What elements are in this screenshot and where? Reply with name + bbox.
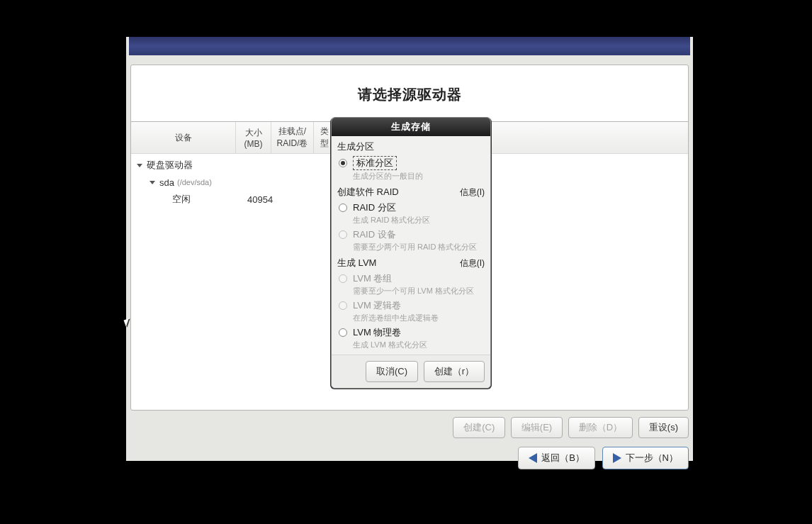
radio-raid-partition[interactable]: RAID 分区 bbox=[337, 201, 485, 214]
create-button[interactable]: 创建(C) bbox=[453, 417, 505, 438]
radio-lvm-physical[interactable]: LVM 物理卷 bbox=[337, 326, 485, 339]
radio-icon bbox=[339, 274, 347, 283]
next-button[interactable]: 下一步（N） bbox=[602, 447, 689, 469]
chevron-down-icon[interactable] bbox=[150, 181, 155, 184]
free-label: 空闲 bbox=[172, 193, 191, 206]
radio-standard-partition[interactable]: 标准分区 bbox=[337, 156, 485, 170]
edit-button[interactable]: 编辑(E) bbox=[511, 417, 563, 438]
radio-desc: 在所选卷组中生成逻辑卷 bbox=[337, 313, 485, 323]
radio-icon[interactable] bbox=[339, 204, 347, 212]
arrow-right-icon bbox=[613, 453, 621, 463]
radio-icon bbox=[339, 230, 347, 239]
col-device[interactable]: 设备 bbox=[131, 122, 236, 153]
section-lvm-header: 生成 LVM 信息(I) bbox=[337, 257, 485, 269]
back-label: 返回（B） bbox=[541, 452, 585, 464]
radio-desc: 需要至少一个可用 LVM 格式化分区 bbox=[337, 286, 485, 296]
radio-icon[interactable] bbox=[339, 328, 347, 337]
radio-icon[interactable] bbox=[339, 159, 347, 167]
delete-button[interactable]: 删除（D） bbox=[568, 417, 633, 438]
radio-desc: 生成 LVM 格式化分区 bbox=[337, 340, 485, 350]
disk-label: sda bbox=[159, 177, 174, 188]
section-partition-header: 生成分区 bbox=[337, 140, 485, 153]
info-link-raid[interactable]: 信息(I) bbox=[460, 186, 485, 199]
radio-desc: 生成 RAID 格式化分区 bbox=[337, 215, 485, 225]
nav-button-row: 返回（B） 下一步（N） bbox=[126, 447, 693, 469]
tree-label: 硬盘驱动器 bbox=[147, 159, 193, 172]
page-title: 请选择源驱动器 bbox=[131, 65, 688, 122]
radio-label: 标准分区 bbox=[353, 156, 397, 170]
radio-label: RAID 分区 bbox=[353, 201, 396, 214]
dialog-button-row: 取消(C) 创建（r） bbox=[332, 355, 490, 388]
radio-desc: 需要至少两个可用 RAID 格式化分区 bbox=[337, 242, 485, 252]
cancel-button[interactable]: 取消(C) bbox=[366, 361, 418, 382]
radio-icon bbox=[339, 301, 347, 310]
radio-label: LVM 逻辑卷 bbox=[353, 299, 401, 312]
radio-label: LVM 物理卷 bbox=[353, 326, 401, 339]
radio-label: RAID 设备 bbox=[353, 228, 396, 241]
col-size[interactable]: 大小 (MB) bbox=[236, 122, 271, 153]
action-button-row: 创建(C) 编辑(E) 删除（D） 重设(s) bbox=[126, 417, 693, 438]
radio-lvm-group: LVM 卷组 bbox=[337, 272, 485, 285]
back-button[interactable]: 返回（B） bbox=[518, 447, 595, 469]
radio-label: LVM 卷组 bbox=[353, 272, 392, 285]
create-storage-dialog: 生成存储 生成分区 标准分区 生成分区的一般目的 创建软件 RAID 信息(I)… bbox=[331, 117, 491, 389]
free-size: 40954 bbox=[247, 194, 273, 205]
section-raid-header: 创建软件 RAID 信息(I) bbox=[337, 186, 485, 199]
next-label: 下一步（N） bbox=[626, 452, 678, 464]
col-mount[interactable]: 挂载点/ RAID/卷 bbox=[271, 122, 314, 153]
radio-desc: 生成分区的一般目的 bbox=[337, 171, 485, 182]
header-band bbox=[129, 37, 690, 55]
info-link-lvm[interactable]: 信息(I) bbox=[460, 257, 485, 269]
radio-raid-device: RAID 设备 bbox=[337, 228, 485, 241]
dialog-body: 生成分区 标准分区 生成分区的一般目的 创建软件 RAID 信息(I) RAID… bbox=[332, 136, 490, 355]
arrow-left-icon bbox=[529, 453, 537, 463]
chevron-down-icon[interactable] bbox=[137, 164, 142, 167]
disk-path: (/dev/sda) bbox=[177, 178, 212, 186]
create-button[interactable]: 创建（r） bbox=[424, 361, 485, 382]
dialog-title: 生成存储 bbox=[332, 118, 490, 136]
radio-lvm-logical: LVM 逻辑卷 bbox=[337, 299, 485, 312]
reset-button[interactable]: 重设(s) bbox=[638, 417, 689, 438]
